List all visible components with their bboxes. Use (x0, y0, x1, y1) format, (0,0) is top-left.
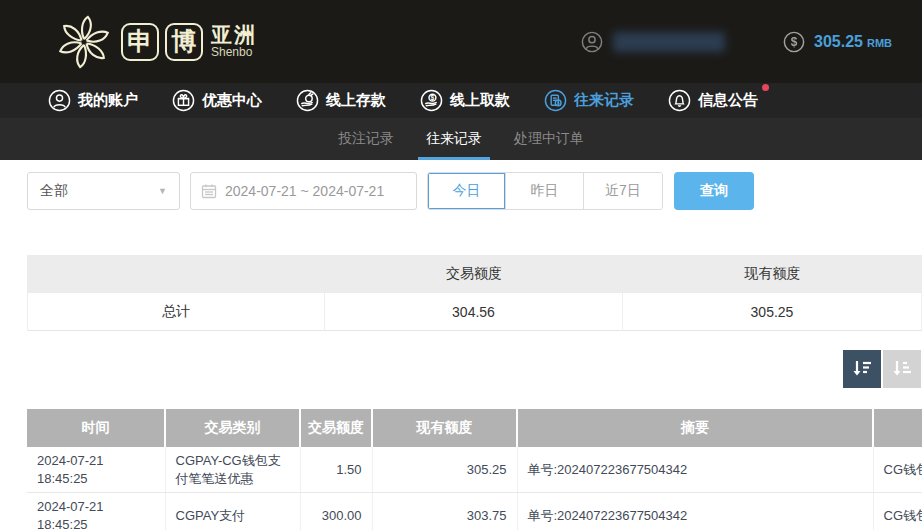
username-redacted[interactable] (613, 32, 725, 52)
calendar-icon (201, 183, 217, 199)
nav-label: 线上存款 (326, 91, 386, 110)
notification-badge (762, 84, 769, 91)
summary-total-transaction: 304.56 (325, 293, 623, 331)
header-balance: 现有额度 (372, 409, 517, 447)
today-button[interactable]: 今日 (428, 173, 506, 209)
cell-note: CG钱包 (873, 493, 922, 530)
nav-item-my-account[interactable]: 我的账户 (48, 89, 138, 112)
chevron-down-icon: ▼ (158, 186, 167, 196)
date-range-input[interactable]: 2024-07-21 ~ 2024-07-21 (190, 172, 417, 210)
account-balance: 305.25RMB (814, 33, 892, 51)
balance-amount: 305.25 (814, 33, 863, 50)
main-nav: 我的账户 优惠中心 线上存款 $ 线上取款 (0, 83, 922, 118)
header-amount: 交易额度 (300, 409, 372, 447)
header-note: 备注 (873, 409, 922, 447)
cell-type: CGPAY-CG钱包支付笔笔送优惠 (165, 447, 300, 493)
flower-logo-icon (55, 13, 113, 71)
logo-subtitle: Shenbo (211, 46, 257, 59)
tab-betting-records[interactable]: 投注记录 (336, 118, 396, 160)
nav-label: 往来记录 (574, 91, 634, 110)
site-logo[interactable]: 申 博 亚洲 Shenbo (55, 13, 257, 71)
cell-amount: 1.50 (300, 447, 372, 493)
cell-balance: 305.25 (372, 447, 517, 493)
summary-total-balance: 305.25 (623, 293, 922, 331)
nav-label: 信息公告 (698, 91, 758, 110)
nav-item-announcements[interactable]: 信息公告 (668, 89, 758, 112)
filter-bar: 全部 ▼ 2024-07-21 ~ 2024-07-21 今日 昨日 近7日 查… (27, 172, 922, 210)
summary-header-transaction: 交易额度 (325, 255, 623, 293)
table-row: 2024-07-21 18:45:25 CGPAY支付 300.00 303.7… (27, 493, 922, 530)
summary-total-label: 总计 (27, 293, 325, 331)
sort-descending-icon (851, 358, 873, 380)
logo-region-text: 亚洲 (211, 24, 257, 46)
nav-label: 我的账户 (78, 91, 138, 110)
table-header-row: 时间 交易类别 交易额度 现有额度 摘要 备注 (27, 409, 922, 447)
query-button[interactable]: 查询 (674, 172, 754, 210)
user-icon (48, 89, 71, 112)
sort-toolbar (0, 350, 921, 388)
sort-ascending-icon (891, 358, 913, 380)
cell-amount: 300.00 (300, 493, 372, 530)
tab-processing-orders[interactable]: 处理中订单 (512, 118, 586, 160)
logo-char-1: 申 (121, 23, 159, 61)
balance-currency: RMB (867, 37, 892, 49)
nav-item-promotions[interactable]: 优惠中心 (172, 89, 262, 112)
sort-descending-button[interactable] (843, 350, 881, 388)
header-summary: 摘要 (517, 409, 873, 447)
withdraw-icon: $ (420, 89, 443, 112)
nav-label: 优惠中心 (202, 91, 262, 110)
cell-time: 2024-07-21 18:45:25 (27, 447, 165, 493)
records-table: 时间 交易类别 交易额度 现有额度 摘要 备注 2024-07-21 18:45… (27, 409, 922, 530)
logo-char-2: 博 (165, 23, 203, 61)
nav-item-transaction-records[interactable]: 往来记录 (544, 89, 634, 112)
nav-label: 线上取款 (450, 91, 510, 110)
yesterday-button[interactable]: 昨日 (506, 173, 584, 209)
record-tabs: 投注记录 往来记录 处理中订单 (0, 118, 922, 160)
table-row: 2024-07-21 18:45:25 CGPAY-CG钱包支付笔笔送优惠 1.… (27, 447, 922, 493)
cell-time: 2024-07-21 18:45:25 (27, 493, 165, 530)
header-time: 时间 (27, 409, 165, 447)
records-table-container: 时间 交易类别 交易额度 现有额度 摘要 备注 2024-07-21 18:45… (27, 409, 922, 530)
bell-icon (668, 89, 691, 112)
svg-text:$: $ (791, 35, 798, 49)
user-avatar-icon[interactable] (581, 31, 603, 53)
cell-summary: 单号:202407223677504342 (517, 447, 873, 493)
cell-summary: 单号:202407223677504342 (517, 493, 873, 530)
top-bar: 申 博 亚洲 Shenbo $ 305.25RMB (0, 0, 922, 83)
quick-range-group: 今日 昨日 近7日 (427, 172, 663, 210)
summary-header-balance: 现有额度 (623, 255, 922, 293)
deposit-icon (296, 89, 319, 112)
cell-balance: 303.75 (372, 493, 517, 530)
cell-type: CGPAY支付 (165, 493, 300, 530)
last-7-days-button[interactable]: 近7日 (584, 173, 662, 209)
category-selected-value: 全部 (40, 182, 68, 200)
svg-text:$: $ (431, 94, 435, 102)
tab-transaction-records[interactable]: 往来记录 (424, 118, 484, 160)
date-range-value: 2024-07-21 ~ 2024-07-21 (225, 183, 384, 199)
header-type: 交易类别 (165, 409, 300, 447)
cell-note: CG钱包 (873, 447, 922, 493)
sort-ascending-button[interactable] (883, 350, 921, 388)
records-icon (544, 89, 567, 112)
gift-icon (172, 89, 195, 112)
nav-item-withdraw[interactable]: $ 线上取款 (420, 89, 510, 112)
summary-header-empty (27, 255, 325, 293)
dollar-coin-icon: $ (783, 31, 805, 53)
category-select[interactable]: 全部 ▼ (27, 172, 180, 210)
nav-item-deposit[interactable]: 线上存款 (296, 89, 386, 112)
summary-table: 交易额度 现有额度 总计 304.56 305.25 (27, 255, 922, 331)
